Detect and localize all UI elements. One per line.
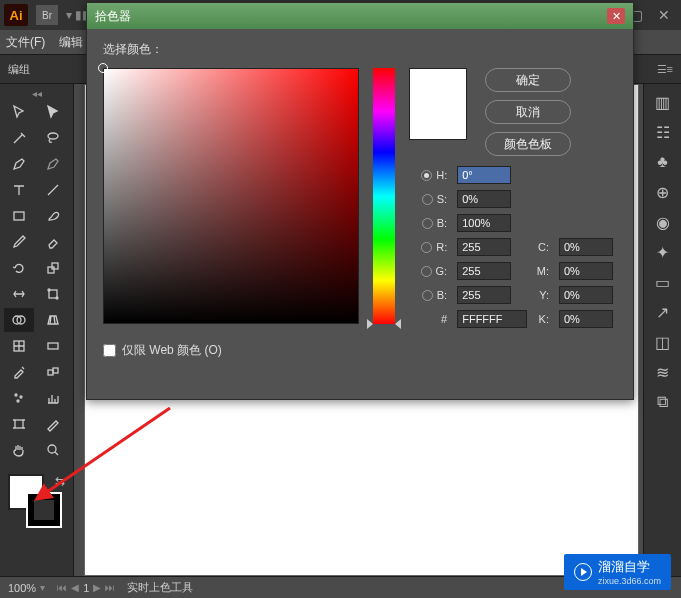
sv-selector-icon[interactable] [98,63,108,73]
bl-input[interactable] [457,286,511,304]
b-label[interactable]: B: [409,217,447,229]
close-icon[interactable]: ✕ [651,5,677,25]
next-artboard-icon[interactable]: ▶ [93,582,101,593]
shape-builder-tool[interactable] [4,308,34,332]
r-input[interactable] [457,238,511,256]
hex-label: # [409,313,447,325]
control-group[interactable]: 编组 [8,62,30,77]
r-label[interactable]: R: [409,241,447,253]
zoom-level[interactable]: 100% [8,582,36,594]
dialog-title: 拾色器 [95,8,131,25]
panel-icon[interactable]: ≋ [653,362,673,382]
bridge-badge[interactable]: Br [36,5,58,25]
zoom-tool[interactable] [38,438,68,462]
menu-file[interactable]: 文件(F) [6,34,45,51]
svg-rect-12 [53,368,58,373]
c-input[interactable] [559,238,613,256]
panel-icon[interactable]: ◫ [653,332,673,352]
wand-tool[interactable] [4,126,34,150]
watermark-brand: 溜溜自学 [598,559,650,574]
b-input[interactable] [457,214,511,232]
y-input[interactable] [559,286,613,304]
lasso-tool[interactable] [38,126,68,150]
panel-icon[interactable]: ◉ [653,212,673,232]
selection-tool[interactable] [4,100,34,124]
hex-input[interactable] [457,310,527,328]
slice-tool[interactable] [38,412,68,436]
artboard-tool[interactable] [4,412,34,436]
watermark-badge: 溜溜自学 zixue.3d66.com [564,554,671,590]
width-tool[interactable] [4,282,34,306]
eraser-tool[interactable] [38,230,68,254]
free-transform-tool[interactable] [38,282,68,306]
dialog-titlebar[interactable]: 拾色器 ✕ [87,3,633,29]
fill-stroke-swatch[interactable]: ⇆ [2,470,71,540]
pen-tool[interactable] [4,152,34,176]
h-input[interactable] [457,166,511,184]
graph-tool[interactable] [38,386,68,410]
gradient-tool[interactable] [38,334,68,358]
scale-tool[interactable] [38,256,68,280]
prev-artboard-icon[interactable]: ◀ [71,582,79,593]
line-tool[interactable] [38,178,68,202]
type-tool[interactable] [4,178,34,202]
artboard-number[interactable]: 1 [83,582,89,594]
stroke-swatch[interactable] [26,492,62,528]
choose-color-label: 选择颜色： [103,41,617,58]
swatches-button[interactable]: 颜色色板 [485,132,571,156]
saturation-value-field[interactable] [103,68,359,324]
hue-pointer-right-icon[interactable] [395,319,401,329]
ok-button[interactable]: 确定 [485,68,571,92]
symbol-tool[interactable] [4,386,34,410]
svg-point-17 [48,445,56,453]
panel-icon[interactable]: ✦ [653,242,673,262]
svg-point-15 [17,400,19,402]
current-tool-label: 实时上色工具 [127,580,193,595]
menu-edit[interactable]: 编辑 [59,34,83,51]
mesh-tool[interactable] [4,334,34,358]
panel-icon[interactable]: ▭ [653,272,673,292]
cancel-button[interactable]: 取消 [485,100,571,124]
panel-icon[interactable]: ↗ [653,302,673,322]
m-input[interactable] [559,262,613,280]
rect-tool[interactable] [4,204,34,228]
k-input[interactable] [559,310,613,328]
app-logo: Ai [4,4,28,26]
g-input[interactable] [457,262,511,280]
panel-icon[interactable]: ☷ [653,122,673,142]
curvature-tool[interactable] [38,152,68,176]
s-input[interactable] [457,190,511,208]
svg-point-14 [20,396,22,398]
hand-tool[interactable] [4,438,34,462]
panel-menu-icon[interactable]: ☰≡ [657,63,673,76]
svg-rect-10 [48,343,58,349]
direct-select-tool[interactable] [38,100,68,124]
watermark-url: zixue.3d66.com [598,576,661,586]
h-label[interactable]: H: [409,169,447,181]
panel-icon[interactable]: ⧉ [653,392,673,412]
hue-pointer-left-icon[interactable] [367,319,373,329]
svg-point-0 [48,133,58,139]
s-label[interactable]: S: [409,193,447,205]
web-only-checkbox[interactable] [103,344,116,357]
panel-icon[interactable]: ♣ [653,152,673,172]
panel-icon[interactable]: ▥ [653,92,673,112]
first-artboard-icon[interactable]: ⏮ [57,582,67,593]
y-label: Y: [525,289,549,301]
toolbox-handle-icon[interactable]: ◂◂ [2,88,71,98]
zoom-dropdown-icon[interactable]: ▾ [40,582,45,593]
last-artboard-icon[interactable]: ⏭ [105,582,115,593]
hue-slider[interactable] [373,68,395,324]
pencil-tool[interactable] [4,230,34,254]
brush-tool[interactable] [38,204,68,228]
rotate-tool[interactable] [4,256,34,280]
panel-icon[interactable]: ⊕ [653,182,673,202]
perspective-tool[interactable] [38,308,68,332]
dialog-close-icon[interactable]: ✕ [607,8,625,24]
bl-label[interactable]: B: [409,289,447,301]
swap-fill-stroke-icon[interactable]: ⇆ [55,474,65,488]
g-label[interactable]: G: [409,265,447,277]
eyedropper-tool[interactable] [4,360,34,384]
toolbox: ◂◂ [0,84,74,576]
blend-tool[interactable] [38,360,68,384]
